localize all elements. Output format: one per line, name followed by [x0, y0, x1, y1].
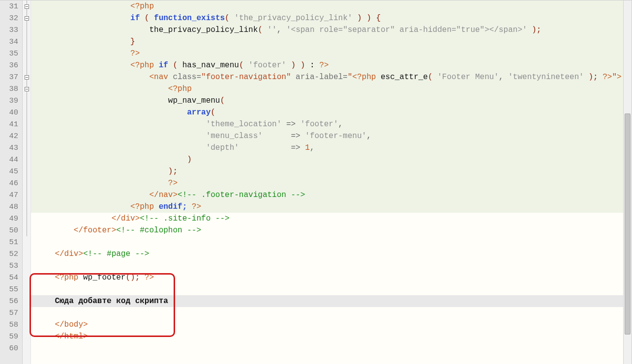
code-line[interactable] — [31, 283, 632, 295]
code-line[interactable]: <nav class="footer-navigation" aria-labe… — [31, 71, 632, 83]
code-line[interactable]: <?php — [31, 83, 632, 95]
line-number: 55 — [0, 283, 18, 295]
code-line[interactable]: </body> — [31, 319, 632, 331]
code-line[interactable]: the_privacy_policy_link( '', '<span role… — [31, 24, 632, 36]
code-line[interactable]: </div><!-- #page --> — [31, 248, 632, 260]
line-number: 40 — [0, 107, 18, 118]
code-line[interactable]: 'depth' => 1, — [31, 142, 632, 154]
code-line[interactable]: </div><!-- .site-info --> — [31, 213, 632, 224]
code-line[interactable]: </html> — [31, 331, 632, 342]
line-number: 57 — [0, 307, 18, 319]
code-line[interactable]: <?php endif; ?> — [31, 201, 632, 213]
code-line[interactable] — [31, 260, 632, 272]
line-number: 41 — [0, 118, 18, 130]
line-number: 49 — [0, 213, 18, 224]
line-number: 54 — [0, 272, 18, 283]
code-line[interactable] — [31, 236, 632, 248]
annotation-text: Сюда добавте код скрипта — [55, 297, 168, 306]
scrollbar-thumb[interactable] — [625, 113, 631, 335]
line-number: 35 — [0, 48, 18, 59]
code-line[interactable]: </nav><!-- .footer-navigation --> — [31, 189, 632, 201]
line-number: 50 — [0, 224, 18, 236]
line-number: 32 — [0, 12, 18, 24]
line-number: 38 — [0, 83, 18, 95]
fold-toggle-icon[interactable] — [25, 4, 29, 9]
code-line[interactable]: ) — [31, 154, 632, 166]
code-line[interactable] — [31, 342, 632, 354]
code-line[interactable]: array( — [31, 107, 632, 118]
code-line[interactable]: ); — [31, 166, 632, 177]
code-line[interactable]: <?php if ( has_nav_menu( 'footer' ) ) : … — [31, 59, 632, 71]
line-number: 43 — [0, 142, 18, 154]
code-line[interactable]: <?php — [31, 0, 632, 12]
line-number: 52 — [0, 248, 18, 260]
line-number: 34 — [0, 36, 18, 48]
line-number: 46 — [0, 177, 18, 189]
fold-toggle-icon[interactable] — [25, 16, 29, 21]
line-number: 37 — [0, 71, 18, 83]
line-number: 33 — [0, 24, 18, 36]
line-number: 60 — [0, 342, 18, 354]
line-number: 45 — [0, 166, 18, 177]
line-number: 42 — [0, 130, 18, 142]
line-number: 44 — [0, 154, 18, 166]
code-line[interactable]: </footer><!-- #colophon --> — [31, 224, 632, 236]
line-number: 51 — [0, 236, 18, 248]
code-line[interactable] — [31, 307, 632, 319]
line-number-gutter: 31 32 33 34 35 36 37 38 39 40 41 42 43 4… — [0, 0, 23, 364]
line-number: 47 — [0, 189, 18, 201]
line-number: 56 — [0, 295, 18, 307]
line-number: 36 — [0, 59, 18, 71]
code-line[interactable]: wp_nav_menu( — [31, 95, 632, 107]
vertical-scrollbar[interactable] — [623, 0, 632, 364]
fold-toggle-icon[interactable] — [25, 75, 29, 80]
code-line-current[interactable]: Сюда добавте код скрипта — [31, 295, 632, 307]
code-line[interactable]: <?php wp_footer(); ?> — [31, 272, 632, 283]
code-line[interactable]: 'menu_class' => 'footer-menu', — [31, 130, 632, 142]
fold-toggle-icon[interactable] — [25, 87, 29, 91]
code-line[interactable]: ?> — [31, 48, 632, 59]
line-number: 31 — [0, 0, 18, 12]
code-line[interactable]: } — [31, 36, 632, 48]
line-number: 58 — [0, 319, 18, 331]
line-number: 53 — [0, 260, 18, 272]
code-editor[interactable]: 31 32 33 34 35 36 37 38 39 40 41 42 43 4… — [0, 0, 632, 364]
code-line[interactable]: if ( function_exists( 'the_privacy_polic… — [31, 12, 632, 24]
code-line[interactable]: ?> — [31, 177, 632, 189]
line-number: 39 — [0, 95, 18, 107]
line-number: 48 — [0, 201, 18, 213]
code-area[interactable]: <?php if ( function_exists( 'the_privacy… — [31, 0, 632, 364]
code-line[interactable]: 'theme_location' => 'footer', — [31, 118, 632, 130]
line-number: 59 — [0, 331, 18, 342]
fold-column — [23, 0, 31, 364]
